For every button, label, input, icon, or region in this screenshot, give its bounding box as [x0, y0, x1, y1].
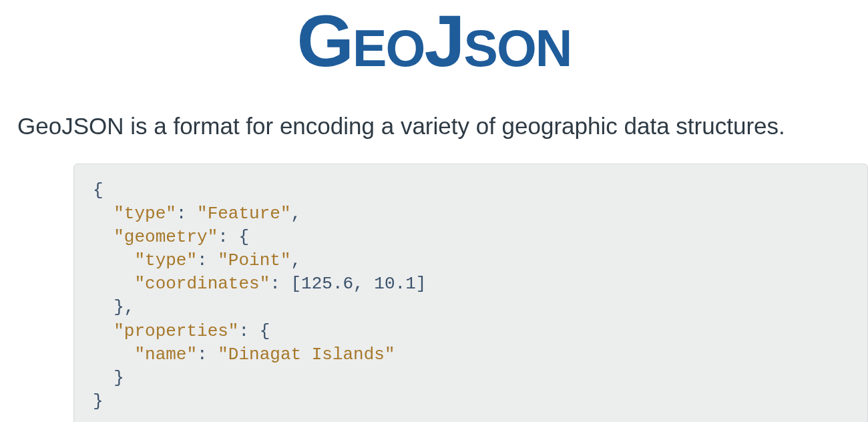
- json-string: "Point": [218, 250, 290, 270]
- page-title: GeoJson: [0, 0, 868, 81]
- json-key: "coordinates": [134, 274, 270, 294]
- brace-open: {: [260, 321, 270, 341]
- json-key: "type": [134, 250, 197, 270]
- json-string: "Feature": [197, 204, 290, 224]
- brace-close: }: [93, 391, 103, 411]
- json-key: "geometry": [114, 227, 218, 247]
- colon: :: [197, 345, 218, 365]
- code-example: { "type": "Feature", "geometry": { "type…: [73, 164, 868, 422]
- brace-close: }: [114, 368, 124, 388]
- bracket-close: ]: [416, 274, 427, 294]
- colon: :: [270, 274, 290, 294]
- brace-open: {: [93, 180, 103, 200]
- description-text: GeoJSON is a format for encoding a varie…: [0, 113, 868, 140]
- colon: :: [176, 204, 197, 224]
- json-number: 125.6: [301, 274, 353, 294]
- brace-open: {: [238, 227, 249, 247]
- comma: ,: [353, 274, 374, 294]
- json-string: "Dinagat Islands": [218, 345, 395, 365]
- comma: ,: [291, 204, 302, 224]
- colon: :: [238, 321, 259, 341]
- json-number: 10.1: [374, 274, 415, 294]
- json-key: "name": [134, 345, 197, 365]
- json-key: "properties": [114, 321, 238, 341]
- colon: :: [218, 227, 238, 247]
- bracket-open: [: [290, 274, 301, 294]
- brace-close: },: [114, 297, 134, 317]
- comma: ,: [290, 250, 301, 270]
- json-key: "type": [114, 204, 176, 224]
- colon: :: [197, 250, 218, 270]
